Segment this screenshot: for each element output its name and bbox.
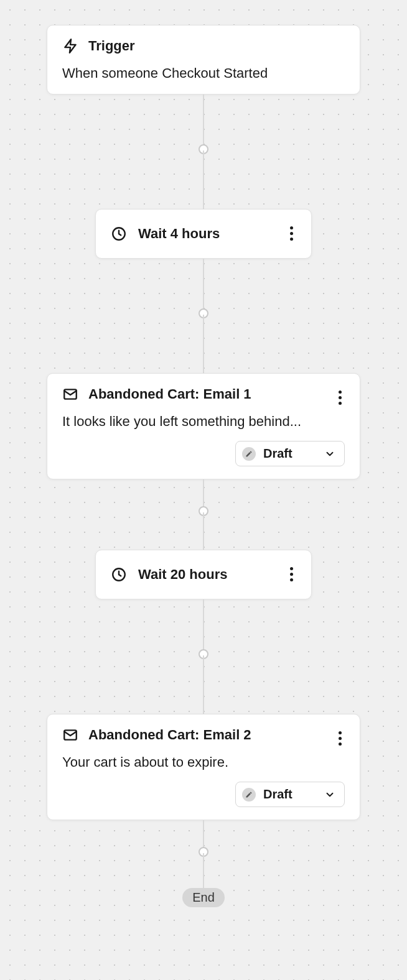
email-subject: Your cart is about to expire. (62, 754, 345, 770)
trigger-title: Trigger (88, 38, 135, 54)
connector (203, 479, 204, 512)
wait-label: Wait 20 hours (138, 566, 227, 583)
connector (203, 259, 204, 315)
pencil-icon (242, 447, 256, 461)
connector (203, 655, 204, 714)
chevron-down-icon (324, 789, 335, 800)
connector (203, 599, 204, 655)
status-dropdown[interactable]: Draft (235, 782, 345, 807)
more-options-button[interactable] (332, 728, 347, 748)
email-subject: It looks like you left something behind.… (62, 414, 345, 430)
more-options-button[interactable] (332, 387, 347, 407)
clock-icon (111, 566, 127, 583)
more-options-button[interactable] (284, 223, 299, 243)
connector (203, 820, 204, 853)
email-icon (62, 727, 78, 743)
end-node: End (182, 888, 225, 907)
clock-icon (111, 226, 127, 242)
connector (203, 512, 204, 550)
wait-step-1[interactable]: Wait 4 hours (95, 209, 312, 259)
chevron-down-icon (324, 448, 335, 460)
connector (203, 315, 204, 373)
email-icon (62, 386, 78, 402)
status-label: Draft (263, 787, 292, 802)
status-dropdown[interactable]: Draft (235, 441, 345, 466)
wait-label: Wait 4 hours (138, 226, 220, 242)
email-step-1[interactable]: Abandoned Cart: Email 1 It looks like yo… (47, 373, 360, 479)
more-options-button[interactable] (284, 564, 299, 584)
status-label: Draft (263, 446, 292, 461)
connector (203, 150, 204, 209)
trigger-description: When someone Checkout Started (62, 65, 345, 81)
trigger-card[interactable]: Trigger When someone Checkout Started (47, 25, 360, 95)
email-title: Abandoned Cart: Email 1 (88, 386, 251, 402)
connector (203, 853, 204, 888)
connector (203, 95, 204, 150)
flow-canvas[interactable]: Trigger When someone Checkout Started Wa… (0, 0, 407, 980)
email-title: Abandoned Cart: Email 2 (88, 727, 251, 743)
pencil-icon (242, 788, 256, 802)
lightning-icon (62, 38, 78, 54)
wait-step-2[interactable]: Wait 20 hours (95, 550, 312, 599)
email-step-2[interactable]: Abandoned Cart: Email 2 Your cart is abo… (47, 714, 360, 820)
